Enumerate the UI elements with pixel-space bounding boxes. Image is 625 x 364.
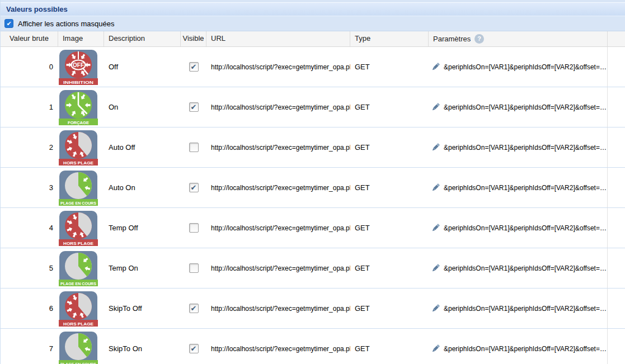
params-value: &periphIdsOn=[VAR1]&periphIdsOff=[VAR2]&… [444, 63, 607, 71]
column-header-valeur-brute: Valeur brute [1, 31, 58, 46]
table-row: 2 HORS PLAGE Auto Off http://localhost/s… [1, 127, 625, 168]
description: SkipTo Off [104, 304, 181, 313]
table-row: 4 HORS PLAGE Temp Off http://localhost/s… [1, 208, 625, 248]
table-body: 0 OFF INHIBITION Off ✔ http://localhost/… [1, 47, 625, 364]
edit-pencil-icon[interactable] [431, 102, 440, 112]
type: GET [350, 304, 429, 313]
params-cell: &periphIdsOn=[VAR1]&periphIdsOff=[VAR2]&… [429, 168, 608, 207]
description: On [104, 103, 181, 111]
description: Auto On [104, 183, 181, 192]
show-hidden-label: Afficher les actions masquées [18, 20, 114, 28]
panel-top: Valeurs possibles ✔ Afficher les actions… [1, 0, 625, 31]
params-cell: &periphIdsOn=[VAR1]&periphIdsOff=[VAR2]&… [429, 289, 608, 328]
svg-text:FORÇAGE: FORÇAGE [68, 120, 90, 125]
edit-pencil-icon[interactable] [431, 263, 440, 273]
svg-text:HORS PLAGE: HORS PLAGE [63, 240, 94, 245]
visible-checkbox[interactable]: ✔ [189, 304, 199, 313]
description: Auto Off [104, 143, 181, 152]
params-value: &periphIdsOn=[VAR1]&periphIdsOff=[VAR2]&… [444, 264, 607, 272]
table-header-row: Valeur brute Image Description Visible U… [1, 31, 625, 47]
column-header-type: Type [350, 31, 429, 46]
url: http://localhost/script/?exec=getmytimer… [206, 264, 350, 272]
params-cell: &periphIdsOn=[VAR1]&periphIdsOff=[VAR2]&… [429, 87, 608, 127]
edit-pencil-icon[interactable] [431, 183, 440, 192]
raw-value: 0 [1, 63, 58, 71]
show-hidden-checkbox[interactable]: ✔ [4, 19, 13, 28]
type: GET [350, 224, 429, 232]
svg-text:HORS PLAGE: HORS PLAGE [63, 160, 94, 165]
visible-checkbox[interactable] [189, 143, 199, 152]
forcage-state-icon: FORÇAGE [58, 89, 104, 125]
raw-value: 7 [1, 344, 58, 353]
column-header-image: Image [58, 31, 104, 46]
column-header-url: URL [206, 31, 350, 46]
show-hidden-row: ✔ Afficher les actions masquées [1, 16, 625, 31]
params-cell: &periphIdsOn=[VAR1]&periphIdsOff=[VAR2]&… [429, 329, 608, 364]
svg-text:PLAGE EN COURS: PLAGE EN COURS [60, 200, 97, 205]
plage-en-cours-state-icon: PLAGE EN COURS [58, 170, 104, 206]
params-value: &periphIdsOn=[VAR1]&periphIdsOff=[VAR2]&… [444, 305, 607, 313]
svg-text:INHIBITION: INHIBITION [63, 79, 93, 84]
type: GET [350, 183, 429, 192]
description: Temp Off [104, 224, 181, 232]
table-row: 7 PLAGE EN COURS SkipTo On ✔ http://loca… [1, 329, 625, 364]
edit-pencil-icon[interactable] [431, 223, 440, 233]
raw-value: 1 [1, 103, 58, 111]
type: GET [350, 264, 429, 272]
visible-checkbox[interactable] [189, 263, 199, 273]
raw-value: 4 [1, 224, 58, 232]
table-row: 3 PLAGE EN COURS Auto On ✔ http://localh… [1, 168, 625, 208]
url: http://localhost/script/?exec=getmytimer… [206, 184, 350, 192]
svg-text:PLAGE EN COURS: PLAGE EN COURS [60, 361, 97, 364]
edit-pencil-icon[interactable] [431, 143, 440, 152]
raw-value: 6 [1, 304, 58, 313]
url: http://localhost/script/?exec=getmytimer… [206, 103, 350, 111]
svg-text:PLAGE EN COURS: PLAGE EN COURS [60, 281, 97, 286]
hors-plage-state-icon: HORS PLAGE [58, 291, 104, 327]
hors-plage-state-icon: HORS PLAGE [58, 130, 104, 166]
table-row: 6 HORS PLAGE SkipTo Off ✔ http://localho… [1, 289, 625, 329]
type: GET [350, 344, 429, 353]
url: http://localhost/script/?exec=getmytimer… [206, 224, 350, 232]
visible-checkbox[interactable]: ✔ [189, 183, 199, 192]
visible-checkbox[interactable] [189, 223, 199, 233]
raw-value: 2 [1, 143, 58, 152]
params-value: &periphIdsOn=[VAR1]&periphIdsOff=[VAR2]&… [444, 345, 607, 353]
type: GET [350, 63, 429, 71]
edit-pencil-icon[interactable] [431, 344, 440, 353]
params-cell: &periphIdsOn=[VAR1]&periphIdsOff=[VAR2]&… [429, 47, 608, 87]
visible-checkbox[interactable]: ✔ [189, 62, 199, 72]
table-row: 5 PLAGE EN COURS Temp On http://localhos… [1, 248, 625, 289]
valeurs-possibles-panel: Valeurs possibles ✔ Afficher les actions… [0, 0, 625, 364]
params-cell: &periphIdsOn=[VAR1]&periphIdsOff=[VAR2]&… [429, 127, 608, 167]
panel-title: Valeurs possibles [1, 2, 625, 16]
hors-plage-state-icon: HORS PLAGE [58, 210, 104, 246]
raw-value: 3 [1, 183, 58, 192]
url: http://localhost/script/?exec=getmytimer… [206, 345, 350, 353]
params-value: &periphIdsOn=[VAR1]&periphIdsOff=[VAR2]&… [444, 103, 607, 111]
visible-checkbox[interactable]: ✔ [189, 102, 199, 112]
edit-pencil-icon[interactable] [431, 62, 440, 72]
column-header-parametres-label: Paramètres [433, 32, 471, 46]
url: http://localhost/script/?exec=getmytimer… [206, 144, 350, 152]
edit-pencil-icon[interactable] [431, 304, 440, 313]
column-header-visible: Visible [181, 31, 206, 46]
inhibition-state-icon: OFF INHIBITION [58, 49, 104, 85]
table-row: 1 FORÇAGE On ✔ http://localhost/script/?… [1, 87, 625, 127]
params-cell: &periphIdsOn=[VAR1]&periphIdsOff=[VAR2]&… [429, 248, 608, 288]
column-header-description: Description [104, 31, 181, 46]
params-value: &periphIdsOn=[VAR1]&periphIdsOff=[VAR2]&… [444, 184, 607, 192]
description: Off [104, 63, 181, 71]
url: http://localhost/script/?exec=getmytimer… [206, 63, 350, 71]
plage-en-cours-state-icon: PLAGE EN COURS [58, 250, 104, 286]
url: http://localhost/script/?exec=getmytimer… [206, 305, 350, 313]
visible-checkbox[interactable]: ✔ [189, 344, 199, 353]
svg-text:OFF: OFF [73, 62, 84, 68]
svg-text:HORS PLAGE: HORS PLAGE [63, 321, 94, 326]
plage-en-cours-state-icon: PLAGE EN COURS [58, 331, 104, 364]
column-header-spacer [608, 31, 625, 46]
description: SkipTo On [104, 344, 181, 353]
params-value: &periphIdsOn=[VAR1]&periphIdsOff=[VAR2]&… [444, 144, 607, 152]
help-icon[interactable]: ? [474, 34, 484, 44]
raw-value: 5 [1, 264, 58, 272]
